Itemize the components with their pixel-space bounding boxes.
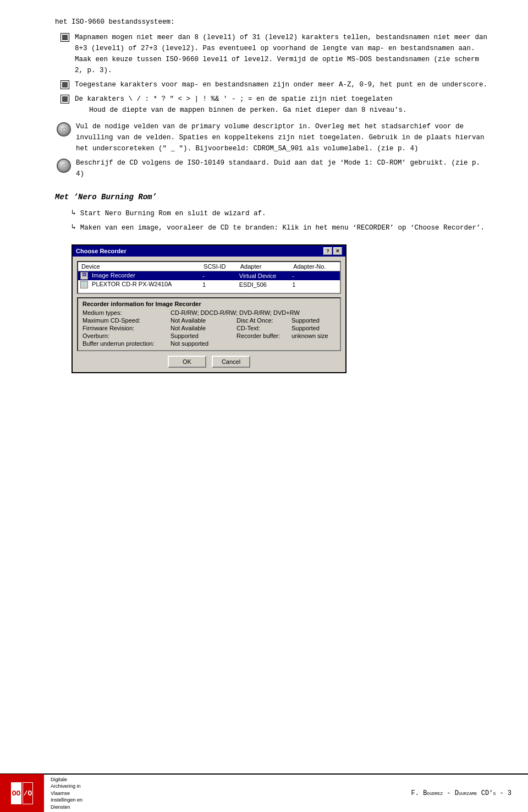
info-value2-1: Supported [292, 317, 336, 324]
row2-scsi: 1 [200, 280, 237, 289]
cd-icon-wrap-2 [55, 159, 73, 173]
cd-icon-2 [57, 159, 71, 173]
info-value2-3: unknown size [292, 333, 336, 339]
org-line-2: Archivering in [51, 783, 405, 790]
ok-button[interactable]: OK [168, 356, 206, 368]
row1-device: 🖼 Image Recorder [78, 271, 200, 281]
info-row-1: Maximum CD-Speed: Not Available Disc At … [82, 317, 336, 324]
intro-paragraph: het ISO-9660 bestandssysteem: [55, 17, 490, 28]
dialog-table: Device SCSI-ID Adapter Adapter-No. 🖼 Ima… [78, 262, 340, 289]
dialog-info-title: Recorder information for Image Recorder [82, 301, 336, 307]
info-row-2: Firmware Revision: Not Available CD-Text… [82, 325, 336, 331]
cd-icon-wrap-1 [55, 122, 73, 137]
footer-doc-title: Duurzame CD's [455, 789, 496, 797]
cd-bullet-text-2: Beschrijf de CD volgens de ISO-10149 sta… [76, 157, 490, 179]
info-label2-1: Disc At Once: [237, 317, 292, 324]
info-label2-3: Recorder buffer: [237, 333, 292, 339]
info-value-1: Not Available [170, 317, 237, 324]
footer-page-info: F. Boudrez - Duurzame CD's - 3 [411, 789, 528, 797]
bullet-text-3: De karakters \ / : * ? " < > | ! %& ' - … [75, 94, 490, 105]
checkbox-icon-3 [61, 95, 69, 103]
info-label-3: Overburn: [82, 333, 170, 339]
arrow-bullet-1: ↳ Start Nero Burning Rom en sluit de wiz… [72, 208, 490, 219]
footer-logo: OO /O [0, 774, 44, 812]
row2-adapter: ESDI_506 [237, 280, 290, 289]
footer: OO /O Digitale Archivering in Vlaamse In… [0, 773, 528, 812]
info-label-2: Firmware Revision: [82, 325, 170, 331]
cd-icon-1 [57, 122, 71, 137]
logo-cell-oo: OO [11, 782, 21, 804]
bullet-text-2: Toegestane karakters voor map- en bestan… [75, 79, 490, 90]
arrow-icon-1: ↳ [72, 208, 76, 217]
footer-separator: - [447, 789, 454, 797]
info-value2-2: Supported [292, 325, 336, 331]
dialog-body: Device SCSI-ID Adapter Adapter-No. 🖼 Ima… [73, 257, 345, 372]
cd-bullet-row-2: Beschrijf de CD volgens de ISO-10149 sta… [55, 157, 490, 179]
dialog-title: Choose Recorder [76, 248, 127, 254]
section-heading: Met ‘Nero Burning Rom’ [55, 193, 490, 201]
dialog-info-box: Recorder information for Image Recorder … [77, 297, 341, 351]
arrow-icon-2: ↳ [72, 222, 76, 231]
footer-separator2: - [499, 789, 507, 797]
arrow-text-2: Maken van een image, vooraleer de CD te … [80, 222, 485, 233]
row2-adapterno: 1 [290, 280, 340, 289]
dialog-choose-recorder: Choose Recorder ? ✕ Device SCSI-ID Adapt… [72, 244, 346, 373]
content-area: het ISO-9660 bestandssysteem: Mapnamen m… [55, 17, 490, 373]
arrow-bullet-2: ↳ Maken van een image, vooraleer de CD t… [72, 222, 490, 233]
dialog-close-button[interactable]: ✕ [333, 247, 342, 255]
checkbox-bullet-3: De karakters \ / : * ? " < > | ! %& ' - … [61, 94, 490, 118]
footer-author: F. Boudrez [411, 789, 443, 797]
info-label-1: Maximum CD-Speed: [82, 317, 170, 324]
info-label-4: Buffer underrun protection: [82, 340, 170, 347]
checkbox-bullet-1: Mapnamen mogen niet meer dan 8 (level1) … [61, 32, 490, 76]
sub-bullet-1: Houd de diepte van de mappen binnen de p… [89, 105, 490, 116]
org-line-1: Digitale [51, 776, 405, 783]
info-label2-2: CD-Text: [237, 325, 292, 331]
dialog-titlebar-buttons: ? ✕ [323, 247, 342, 255]
cd-bullet-row-1: Vul de nodige velden van de primary volu… [55, 121, 490, 154]
org-line-5: Diensten [51, 804, 405, 811]
page: het ISO-9660 bestandssysteem: Mapnamen m… [0, 0, 528, 812]
sub-bullet-text-1: Houd de diepte van de mappen binnen de p… [89, 106, 407, 114]
cancel-button[interactable]: Cancel [212, 356, 250, 368]
row1-adapterno: - [290, 271, 340, 281]
info-row-4: Buffer underrun protection: Not supporte… [82, 340, 336, 347]
org-line-4: Instellingen en [51, 797, 405, 804]
checkbox-icon-2 [61, 80, 69, 89]
info-value-4: Not supported [170, 340, 336, 347]
cd-bullet-text-1: Vul de nodige velden van de primary volu… [76, 121, 490, 154]
dialog-device-listbox[interactable]: Device SCSI-ID Adapter Adapter-No. 🖼 Ima… [77, 261, 341, 294]
logo-grid: OO /O [11, 782, 33, 804]
footer-org-text: Digitale Archivering in Vlaamse Instelli… [44, 773, 411, 812]
col-adapter: Adapter [237, 262, 290, 271]
info-row-3: Overburn: Supported Recorder buffer: unk… [82, 333, 336, 339]
info-value-0: CD-R/RW; DDCD-R/RW; DVD-R/RW; DVD+RW [170, 309, 336, 316]
row2-device: 💿 PLEXTOR CD-R PX-W2410A [78, 280, 200, 289]
col-adapterno: Adapter-No. [290, 262, 340, 271]
table-row-1[interactable]: 🖼 Image Recorder - Virtual Device - [78, 271, 340, 281]
logo-cell-slash: /O [23, 782, 33, 804]
row1-scsi: - [200, 271, 237, 281]
checkbox-bullet-2: Toegestane karakters voor map- en bestan… [61, 79, 490, 90]
col-device: Device [78, 262, 200, 271]
dialog-titlebar: Choose Recorder ? ✕ [73, 246, 345, 257]
bullet-text-1: Mapnamen mogen niet meer dan 8 (level1) … [75, 32, 490, 76]
info-value-3: Supported [170, 333, 237, 339]
dialog-buttons: OK Cancel [77, 356, 341, 368]
arrow-text-1: Start Nero Burning Rom en sluit de wizar… [80, 208, 266, 219]
footer-page-num: 3 [508, 789, 512, 797]
table-row-2[interactable]: 💿 PLEXTOR CD-R PX-W2410A 1 ESDI_506 1 [78, 280, 340, 289]
col-scsiid: SCSI-ID [200, 262, 237, 271]
info-row-0: Medium types: CD-R/RW; DDCD-R/RW; DVD-R/… [82, 309, 336, 316]
checkbox-icon-1 [61, 33, 69, 42]
row1-adapter: Virtual Device [237, 271, 290, 281]
info-label-0: Medium types: [82, 309, 170, 316]
dialog-help-button[interactable]: ? [323, 247, 332, 255]
org-line-3: Vlaamse [51, 790, 405, 797]
info-value-2: Not Available [170, 325, 237, 331]
